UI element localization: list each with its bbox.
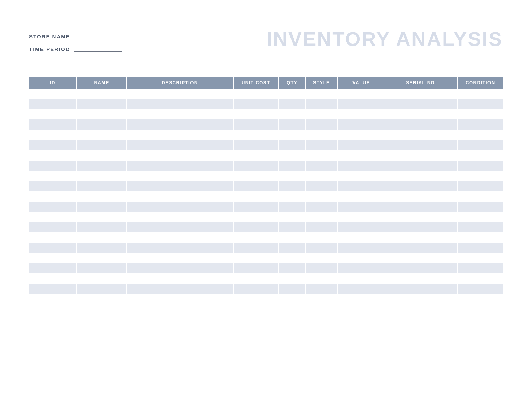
table-cell[interactable] [385,273,458,284]
table-cell[interactable] [77,161,127,171]
table-cell[interactable] [337,212,385,222]
table-cell[interactable] [306,191,337,202]
table-cell[interactable] [29,294,77,304]
table-cell[interactable] [233,263,279,273]
table-cell[interactable] [458,273,503,284]
table-cell[interactable] [77,212,127,222]
table-cell[interactable] [385,212,458,222]
table-cell[interactable] [337,202,385,212]
table-cell[interactable] [306,273,337,284]
table-cell[interactable] [77,89,127,99]
table-cell[interactable] [233,130,279,140]
table-cell[interactable] [279,109,306,119]
table-cell[interactable] [458,171,503,181]
table-cell[interactable] [306,181,337,191]
table-cell[interactable] [385,253,458,263]
table-cell[interactable] [279,191,306,202]
table-cell[interactable] [337,99,385,109]
table-cell[interactable] [233,109,279,119]
table-cell[interactable] [458,89,503,99]
table-cell[interactable] [306,89,337,99]
table-cell[interactable] [29,232,77,243]
table-cell[interactable] [337,119,385,130]
table-cell[interactable] [127,161,233,171]
table-cell[interactable] [77,202,127,212]
table-cell[interactable] [337,253,385,263]
table-cell[interactable] [77,253,127,263]
table-cell[interactable] [233,243,279,253]
table-cell[interactable] [458,222,503,232]
table-cell[interactable] [458,284,503,294]
table-cell[interactable] [337,89,385,99]
table-cell[interactable] [279,212,306,222]
table-cell[interactable] [29,171,77,181]
table-cell[interactable] [233,171,279,181]
table-cell[interactable] [233,202,279,212]
table-cell[interactable] [233,89,279,99]
table-cell[interactable] [279,232,306,243]
table-cell[interactable] [127,89,233,99]
table-cell[interactable] [385,161,458,171]
table-cell[interactable] [337,150,385,161]
table-cell[interactable] [385,119,458,130]
table-cell[interactable] [306,212,337,222]
table-cell[interactable] [233,222,279,232]
table-cell[interactable] [337,232,385,243]
table-cell[interactable] [77,273,127,284]
table-cell[interactable] [337,181,385,191]
table-cell[interactable] [385,130,458,140]
table-cell[interactable] [77,99,127,109]
table-cell[interactable] [77,140,127,150]
table-cell[interactable] [279,263,306,273]
table-cell[interactable] [29,89,77,99]
table-cell[interactable] [385,181,458,191]
table-cell[interactable] [306,263,337,273]
table-cell[interactable] [233,191,279,202]
table-cell[interactable] [279,150,306,161]
table-cell[interactable] [458,140,503,150]
table-cell[interactable] [279,171,306,181]
table-cell[interactable] [29,273,77,284]
table-cell[interactable] [458,181,503,191]
table-cell[interactable] [29,253,77,263]
table-cell[interactable] [77,294,127,304]
table-cell[interactable] [306,202,337,212]
table-cell[interactable] [127,171,233,181]
table-cell[interactable] [385,284,458,294]
table-cell[interactable] [385,109,458,119]
table-cell[interactable] [127,202,233,212]
table-cell[interactable] [127,243,233,253]
table-cell[interactable] [233,253,279,263]
table-cell[interactable] [127,222,233,232]
table-cell[interactable] [279,294,306,304]
table-cell[interactable] [458,109,503,119]
table-cell[interactable] [458,150,503,161]
table-cell[interactable] [233,181,279,191]
table-cell[interactable] [233,150,279,161]
table-cell[interactable] [77,191,127,202]
table-cell[interactable] [127,191,233,202]
table-cell[interactable] [233,232,279,243]
table-cell[interactable] [306,232,337,243]
table-cell[interactable] [337,191,385,202]
table-cell[interactable] [29,222,77,232]
table-cell[interactable] [385,171,458,181]
table-cell[interactable] [458,202,503,212]
table-cell[interactable] [29,202,77,212]
table-cell[interactable] [279,243,306,253]
table-cell[interactable] [127,181,233,191]
table-cell[interactable] [337,243,385,253]
table-cell[interactable] [306,140,337,150]
table-cell[interactable] [77,130,127,140]
table-cell[interactable] [458,243,503,253]
table-cell[interactable] [306,253,337,263]
table-cell[interactable] [233,294,279,304]
table-cell[interactable] [306,119,337,130]
table-cell[interactable] [306,243,337,253]
table-cell[interactable] [77,181,127,191]
table-cell[interactable] [77,119,127,130]
table-cell[interactable] [306,109,337,119]
table-cell[interactable] [127,109,233,119]
table-cell[interactable] [279,89,306,99]
table-cell[interactable] [385,191,458,202]
